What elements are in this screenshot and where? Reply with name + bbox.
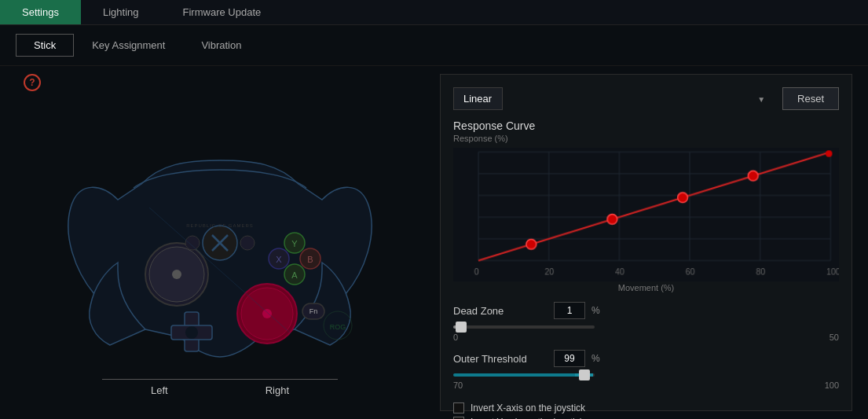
top-nav: Settings Lighting Firmware Update (0, 0, 868, 25)
subnav-vibration[interactable]: Vibration (183, 34, 259, 57)
reset-button[interactable]: Reset (782, 87, 839, 110)
axis-x-label: Movement (%) (453, 283, 839, 292)
dead-zone-unit: % (591, 305, 600, 316)
subnav-stick[interactable]: Stick (16, 34, 74, 57)
dead-zone-row: Dead Zone % (453, 302, 839, 319)
svg-text:Y: Y (291, 239, 298, 248)
svg-text:Fn: Fn (309, 307, 318, 315)
svg-point-5 (262, 309, 272, 318)
outer-threshold-unit: % (591, 353, 600, 364)
dropdown-wrapper: Linear (453, 87, 773, 110)
curve-title: Response Curve (453, 119, 839, 132)
svg-text:ROG: ROG (330, 323, 346, 331)
svg-text:REPUBLIC OF GAMERS: REPUBLIC OF GAMERS (186, 223, 254, 228)
curve-canvas (453, 148, 839, 281)
outer-threshold-slider-container: 70 100 (453, 367, 839, 390)
svg-point-11 (185, 326, 198, 339)
subnav-key-assignment[interactable]: Key Assignment (74, 34, 183, 57)
outer-threshold-slider[interactable] (453, 373, 595, 377)
controller-svg: Y A X B Fn ROG REPUBLI (55, 105, 385, 365)
nav-settings[interactable]: Settings (0, 0, 81, 24)
svg-point-2 (172, 270, 181, 279)
svg-text:B: B (307, 255, 313, 264)
main-content: ? (0, 66, 868, 419)
curve-subtitle: Response (%) (453, 134, 839, 143)
outer-threshold-section: Outer Threshold % 70 100 (453, 350, 839, 390)
svg-point-21 (185, 236, 200, 250)
controller-area: ? (16, 74, 424, 411)
curve-section: Response Curve Response (%) Movement (%) (453, 119, 839, 292)
checkbox-x-input[interactable] (453, 402, 464, 413)
sub-nav: Stick Key Assignment Vibration (0, 25, 868, 66)
outer-threshold-label: Outer Threshold (453, 353, 548, 365)
chart-container (453, 148, 839, 281)
right-panel: Linear Reset Response Curve Response (%)… (440, 74, 852, 411)
right-label: Right (266, 384, 289, 396)
outer-threshold-value[interactable] (554, 350, 585, 367)
dead-zone-slider[interactable] (453, 325, 595, 329)
dead-zone-slider-labels: 0 50 (453, 333, 839, 342)
controller-labels: Left Right (102, 379, 338, 396)
dropdown-row: Linear Reset (453, 87, 839, 110)
left-label: Left (151, 384, 168, 396)
svg-text:A: A (291, 270, 298, 280)
dead-zone-slider-container: 0 50 (453, 319, 839, 342)
outer-threshold-row: Outer Threshold % (453, 350, 839, 367)
outer-threshold-slider-labels: 70 100 (453, 380, 839, 390)
svg-point-20 (240, 236, 255, 250)
nav-firmware[interactable]: Firmware Update (161, 0, 284, 24)
controller-wrapper: Y A X B Fn ROG REPUBLI (55, 105, 385, 373)
dead-zone-value[interactable] (554, 302, 585, 319)
checkboxes-section: Invert X-axis on the joystick Invert Y-a… (453, 399, 839, 419)
checkbox-x-axis: Invert X-axis on the joystick (453, 402, 839, 413)
dead-zone-section: Dead Zone % 0 50 (453, 302, 839, 342)
curve-dropdown[interactable]: Linear (453, 87, 503, 110)
checkbox-x-label: Invert X-axis on the joystick (471, 402, 585, 413)
svg-text:X: X (276, 255, 282, 264)
nav-lighting[interactable]: Lighting (81, 0, 161, 24)
help-icon[interactable]: ? (24, 74, 41, 91)
controls-section: Dead Zone % 0 50 Outer Threshold (453, 302, 839, 390)
dead-zone-label: Dead Zone (453, 305, 548, 317)
